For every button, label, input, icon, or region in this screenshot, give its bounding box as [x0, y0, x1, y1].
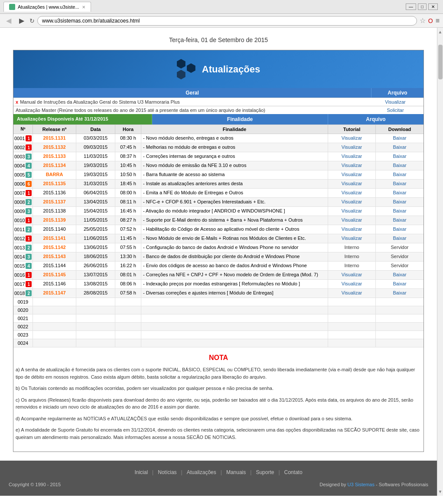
address-bar[interactable] [37, 16, 417, 26]
row-download: Baixar [376, 180, 423, 188]
tutorial-link[interactable]: Visualizar [342, 144, 362, 150]
row-data: 13/07/2015 [76, 271, 115, 279]
row-num: 0003 3 [13, 152, 33, 161]
footer-sep-5: | [278, 469, 280, 475]
footer-nav: Inicial | Notícias | Atualizações | Manu… [9, 469, 428, 475]
row-download: Baixar [376, 234, 423, 243]
scrollbar-down[interactable]: ▼ [437, 488, 443, 496]
scrollbar-up[interactable]: ▲ [437, 28, 443, 36]
bookmark-button[interactable]: ☆ [420, 16, 426, 25]
footer-link-atualizacoes[interactable]: Atualizações [187, 469, 216, 475]
row-num-text: 0024 [18, 340, 28, 346]
tutorial-link[interactable]: Visualizar [342, 181, 362, 186]
footer-link-contato[interactable]: Contato [284, 469, 303, 475]
tab-close-button[interactable]: ✕ [82, 5, 85, 10]
row-release: 2015.1133 [33, 152, 76, 161]
row-num-text: 0011 [14, 227, 25, 232]
download-link[interactable]: Baixar [393, 181, 406, 186]
master-row: Atualização Master (Reúne todos os relea… [13, 106, 423, 114]
row-release: 2015.1142 [33, 243, 76, 252]
col-header-hora: Hora [115, 125, 141, 134]
download-link[interactable]: Baixar [393, 199, 406, 204]
updates-header-row: Atualizações Disponíveis Até 31/12/2015 … [13, 114, 423, 124]
tutorial-link[interactable]: Visualizar [342, 281, 362, 286]
opera-button[interactable]: O [428, 17, 433, 24]
row-num-text: 0013 [14, 245, 25, 250]
row-finalidade: - Indexação preços por moedas estrangeir… [141, 280, 328, 288]
download-link[interactable]: Baixar [393, 163, 406, 168]
row-num: 0019 [13, 298, 33, 306]
row-num-text: 0018 [14, 291, 25, 296]
row-release [33, 314, 76, 322]
download-link[interactable]: Baixar [393, 281, 406, 286]
download-link[interactable]: Baixar [393, 208, 406, 213]
download-link[interactable]: Baixar [393, 236, 406, 241]
maximize-button[interactable]: □ [418, 3, 427, 10]
download-link[interactable]: Baixar [393, 135, 406, 141]
footer-link-inicial[interactable]: Inicial [134, 469, 148, 475]
row-data: 15/04/2015 [76, 207, 115, 216]
download-link[interactable]: Baixar [393, 290, 406, 295]
table-row: 0019 [13, 298, 423, 306]
row-finalidade: - Habilitação do Código de Acesso ao apl… [141, 225, 328, 234]
row-release: 2015.1138 [33, 207, 76, 216]
row-tutorial [328, 331, 376, 339]
row-finalidade: - Ativação do módulo integrador [ ANDROI… [141, 207, 328, 216]
master-solicitar-link[interactable]: Solicitar [369, 108, 421, 113]
footer-u3-link[interactable]: U3 Sistemas [348, 482, 375, 487]
download-link[interactable]: Baixar [393, 272, 406, 277]
row-download: Baixar [376, 161, 423, 170]
row-hora: 11:45 h [115, 234, 141, 243]
download-link[interactable]: Baixar [393, 144, 406, 150]
back-button[interactable]: ◀ [3, 16, 14, 26]
scrollbar-thumb[interactable] [438, 45, 443, 79]
download-link[interactable]: Baixar [393, 226, 406, 232]
row-badge: 2 [26, 226, 32, 232]
footer-link-noticias[interactable]: Notícias [158, 469, 176, 475]
row-num-text: 0008 [14, 200, 25, 205]
tutorial-link[interactable]: Visualizar [342, 172, 362, 177]
menu-button[interactable]: ≡ [436, 17, 440, 25]
tutorial-link[interactable]: Visualizar [342, 236, 362, 241]
manual-visualizar-link[interactable]: Visualizar [369, 99, 421, 105]
row-release [33, 306, 76, 314]
browser-titlebar: Atualizações | www.u3siste... ✕ — □ ✕ [0, 0, 443, 14]
scrollbar[interactable]: ▲ ▼ [437, 28, 443, 496]
row-download: Baixar [376, 216, 423, 225]
row-release [33, 298, 76, 306]
table-row: 0007 1 2015.1136 06/04/2015 08:00 h - Em… [13, 189, 423, 198]
download-link[interactable]: Baixar [393, 172, 406, 177]
nota-item: e) A modalidade de Suporte Gratuito foi … [16, 426, 421, 441]
row-finalidade: - Envio dos códigos de acesso ao banco d… [141, 262, 328, 270]
row-data: 13/06/2015 [76, 243, 115, 252]
tutorial-link[interactable]: Visualizar [342, 190, 362, 195]
minimize-button[interactable]: — [406, 3, 416, 10]
row-num: 0008 2 [13, 198, 33, 206]
tutorial-link[interactable]: Visualizar [342, 226, 362, 232]
download-text: Servidor [391, 263, 409, 268]
footer-sep-4: | [250, 469, 251, 475]
browser-tab[interactable]: Atualizações | www.u3siste... ✕ [3, 2, 91, 12]
tutorial-link[interactable]: Visualizar [342, 208, 362, 213]
footer-link-suporte[interactable]: Suporte [256, 469, 274, 475]
data-rows-container: 0001 1 2015.1131 03/03/2015 08:30 h - No… [13, 134, 423, 347]
row-download [376, 331, 423, 339]
tutorial-link[interactable]: Visualizar [342, 163, 362, 168]
col-header-finalidade: Finalidade [141, 125, 328, 134]
row-tutorial: Visualizar [328, 225, 376, 234]
tutorial-link[interactable]: Visualizar [342, 290, 362, 295]
tutorial-link[interactable]: Visualizar [342, 154, 362, 159]
tutorial-link[interactable]: Visualizar [342, 135, 362, 141]
table-row: 0021 [13, 314, 423, 323]
download-link[interactable]: Baixar [393, 190, 406, 195]
tutorial-link[interactable]: Visualizar [342, 272, 362, 277]
forward-button[interactable]: ▶ [16, 16, 27, 26]
tutorial-link[interactable]: Visualizar [342, 199, 362, 204]
app-logo [177, 59, 195, 79]
download-link[interactable]: Baixar [393, 217, 406, 223]
close-window-button[interactable]: ✕ [428, 3, 438, 10]
refresh-button[interactable]: ↻ [29, 17, 35, 24]
tutorial-link[interactable]: Visualizar [342, 217, 362, 223]
download-link[interactable]: Baixar [393, 154, 406, 159]
footer-link-manuais[interactable]: Manuais [226, 469, 246, 475]
